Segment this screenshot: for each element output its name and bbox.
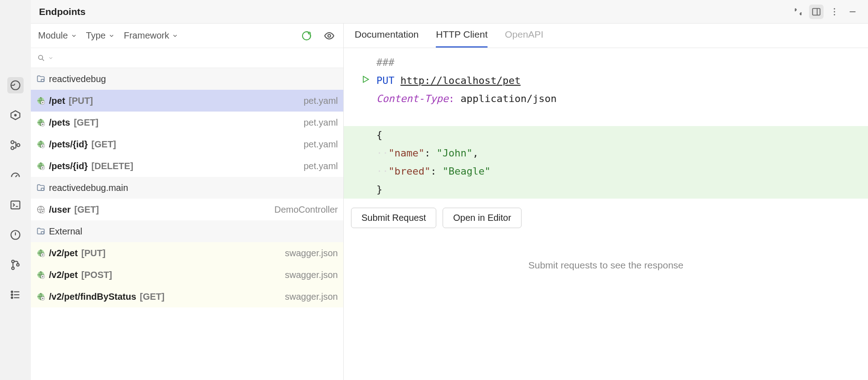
svg-point-3 <box>11 141 14 144</box>
open-in-editor-button[interactable]: Open in Editor <box>443 208 522 228</box>
http-header-name: Content-Type <box>376 93 449 104</box>
request-separator: ### <box>376 57 395 68</box>
body-close-brace: } <box>376 184 382 195</box>
svg-point-42 <box>42 254 44 256</box>
terminal-tool-icon[interactable] <box>7 197 24 213</box>
endpoint-row[interactable]: /user [GET]DemoController <box>31 199 343 220</box>
svg-point-8 <box>12 260 14 263</box>
minimize-icon[interactable] <box>845 5 860 19</box>
endpoint-path: /v2/pet <box>49 270 78 280</box>
submit-request-button[interactable]: Submit Request <box>351 208 436 228</box>
endpoint-path: /pets <box>49 117 70 128</box>
tab-documentation[interactable]: Documentation <box>355 29 419 48</box>
http-editor[interactable]: ### PUT http://localhost/pet Content-Typ… <box>344 48 868 199</box>
body-val-name: "John" <box>436 147 472 159</box>
endpoint-method: [GET] <box>92 139 116 150</box>
panel-header: Endpoints <box>31 0 868 24</box>
group-label: reactivedebug.main <box>49 183 128 193</box>
http-method: PUT <box>376 75 395 86</box>
endpoint-row[interactable]: /v2/pet/findByStatus [GET]swagger.json <box>31 286 343 307</box>
endpoint-path: /pets/{id} <box>49 161 88 171</box>
svg-point-20 <box>328 34 331 37</box>
endpoint-group[interactable]: reactivedebug <box>31 68 343 90</box>
panel-title: Endpoints <box>39 6 791 17</box>
svg-rect-14 <box>813 8 820 15</box>
endpoint-row[interactable]: /pet [PUT]pet.yaml <box>31 90 343 112</box>
endpoint-method: [POST] <box>81 270 112 280</box>
endpoint-sidebar: Module Type Framework <box>31 24 344 380</box>
svg-point-45 <box>42 276 44 278</box>
svg-point-28 <box>42 124 44 125</box>
body-open-brace: { <box>376 129 382 141</box>
coverage-icon[interactable] <box>300 29 313 43</box>
svg-rect-39 <box>41 232 44 234</box>
endpoint-group[interactable]: reactivedebug.main <box>31 177 343 199</box>
more-icon[interactable] <box>827 5 842 19</box>
module-filter[interactable]: Module <box>38 30 77 41</box>
profiler-tool-icon[interactable] <box>7 167 24 183</box>
endpoint-source: pet.yaml <box>303 117 338 128</box>
tab-openapi[interactable]: OpenAPI <box>505 29 543 48</box>
body-val-breed: "Beagle" <box>443 166 491 177</box>
endpoint-source: DemoController <box>274 205 338 215</box>
endpoint-method: [GET] <box>74 117 98 128</box>
svg-point-15 <box>834 8 835 10</box>
group-label: External <box>49 226 82 237</box>
endpoint-method: [DELETE] <box>92 161 133 171</box>
response-hint: Submit requests to see the response <box>344 260 868 271</box>
svg-point-38 <box>42 211 44 212</box>
endpoint-row[interactable]: /pets/{id} [DELETE]pet.yaml <box>31 155 343 177</box>
endpoint-list: reactivedebug/pet [PUT]pet.yaml/pets [GE… <box>31 68 343 380</box>
endpoint-path: /user <box>49 205 71 215</box>
endpoints-tool-icon[interactable] <box>7 77 24 93</box>
svg-rect-6 <box>11 201 20 209</box>
svg-point-4 <box>11 146 14 150</box>
vcs-tool-icon[interactable] <box>7 257 24 273</box>
run-icon[interactable] <box>361 72 370 90</box>
endpoint-row[interactable]: /v2/pet [POST]swagger.json <box>31 264 343 286</box>
svg-point-25 <box>42 102 44 103</box>
endpoint-source: swagger.json <box>285 248 338 258</box>
framework-filter-label: Framework <box>124 30 169 41</box>
svg-point-21 <box>39 55 43 59</box>
services-tool-icon[interactable] <box>7 107 24 123</box>
search-input[interactable] <box>31 48 343 68</box>
endpoint-path: /pet <box>49 96 65 106</box>
body-key-breed: "breed" <box>389 166 431 177</box>
preview-icon[interactable] <box>322 29 336 43</box>
endpoint-group[interactable]: External <box>31 220 343 242</box>
todo-tool-icon[interactable] <box>7 287 24 303</box>
endpoint-source: pet.yaml <box>303 139 338 150</box>
svg-point-11 <box>11 291 13 292</box>
svg-point-12 <box>11 294 13 295</box>
svg-point-2 <box>15 114 16 116</box>
tool-rail <box>0 0 31 380</box>
endpoint-source: swagger.json <box>285 270 338 280</box>
http-header-value: application/json <box>460 93 556 104</box>
svg-rect-35 <box>41 188 44 190</box>
http-url: http://localhost/pet <box>400 75 521 86</box>
endpoint-row[interactable]: /pets [GET]pet.yaml <box>31 112 343 133</box>
module-filter-label: Module <box>38 30 68 41</box>
endpoint-method: [GET] <box>74 205 99 215</box>
detail-panel: DocumentationHTTP ClientOpenAPI ### PUT … <box>344 24 868 380</box>
type-filter-label: Type <box>86 30 106 41</box>
svg-point-17 <box>834 14 835 15</box>
type-filter[interactable]: Type <box>86 30 115 41</box>
framework-filter[interactable]: Framework <box>124 30 178 41</box>
problems-tool-icon[interactable] <box>7 227 24 243</box>
export-icon[interactable] <box>791 5 805 19</box>
endpoint-method: [GET] <box>140 292 164 302</box>
endpoint-path: /v2/pet <box>49 248 78 258</box>
structure-tool-icon[interactable] <box>7 137 24 153</box>
endpoint-row[interactable]: /pets/{id} [GET]pet.yaml <box>31 133 343 155</box>
tab-http-client[interactable]: HTTP Client <box>436 29 488 48</box>
endpoint-source: swagger.json <box>285 292 338 302</box>
endpoint-path: /pets/{id} <box>49 139 88 150</box>
endpoint-path: /v2/pet/findByStatus <box>49 292 136 302</box>
layout-toggle-icon[interactable] <box>809 5 824 19</box>
svg-point-16 <box>834 11 835 12</box>
svg-point-10 <box>17 263 19 266</box>
endpoint-row[interactable]: /v2/pet [PUT]swagger.json <box>31 242 343 264</box>
endpoint-source: pet.yaml <box>303 96 338 106</box>
